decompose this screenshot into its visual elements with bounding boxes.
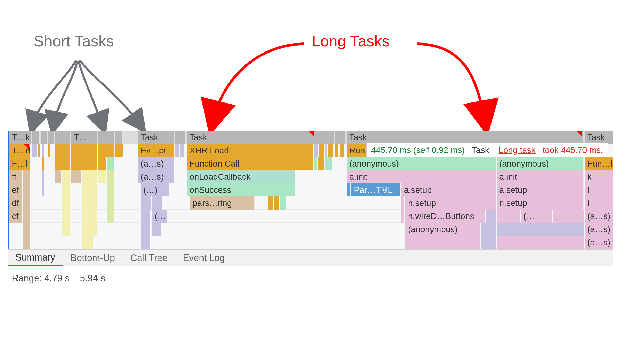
call-stripe (497, 236, 584, 249)
task-block[interactable] (115, 131, 123, 144)
call-stripe (401, 196, 404, 210)
detail-tabs: Summary Bottom-Up Call Tree Event Log (8, 249, 613, 266)
call-block[interactable]: (a…s) (138, 157, 174, 170)
call-stripe (23, 196, 30, 210)
tab-call-tree[interactable]: Call Tree (123, 250, 175, 266)
tab-summary[interactable]: Summary (8, 250, 63, 266)
call-stripe (23, 236, 30, 249)
call-stripe (71, 157, 97, 170)
call-stripe (42, 144, 44, 157)
tab-event-log[interactable]: Event Log (175, 250, 232, 266)
call-stripe (340, 144, 344, 157)
call-block[interactable]: (a…s) (585, 236, 613, 249)
call-block[interactable]: n.setup (405, 196, 496, 210)
flame-row: (a…s) (9, 236, 613, 249)
call-stripe (107, 157, 114, 170)
call-block[interactable]: l (585, 183, 613, 196)
task-block[interactable]: Task (585, 131, 613, 144)
call-stripe (141, 236, 150, 249)
call-stripe (318, 157, 324, 170)
tab-bottom-up[interactable]: Bottom-Up (63, 250, 123, 266)
call-stripe (175, 144, 179, 157)
flame-row: ef (…) onSuccess Par…TML a.setup a.setup… (9, 183, 613, 196)
call-block[interactable]: (anonymous) (497, 157, 584, 170)
call-block[interactable]: cf (9, 210, 22, 223)
task-block[interactable] (180, 131, 186, 144)
call-block[interactable]: a.setup (401, 183, 496, 196)
task-block[interactable] (98, 131, 114, 144)
call-stripe (107, 170, 114, 183)
call-block[interactable]: (a…s) (585, 210, 613, 223)
task-block[interactable] (41, 131, 47, 144)
call-stripe (55, 157, 70, 170)
task-block[interactable]: T… (71, 131, 97, 144)
call-stripe (405, 236, 480, 249)
call-block[interactable]: F…l (9, 157, 30, 170)
call-stripe (347, 183, 350, 196)
call-stripe (71, 144, 97, 157)
call-block[interactable]: (anonymous) (405, 223, 480, 236)
call-block[interactable]: (a…s) (138, 170, 174, 183)
call-block[interactable]: Ev…pt (138, 144, 174, 157)
call-block[interactable]: (… (152, 210, 167, 223)
long-task-marker-icon (308, 131, 314, 136)
call-block[interactable]: a.setup (497, 183, 584, 196)
call-block[interactable]: Function Call (187, 157, 313, 170)
call-block[interactable]: Fun…ll (585, 157, 613, 170)
call-stripe (42, 170, 44, 183)
call-block[interactable]: (anonymous) (347, 157, 496, 170)
call-block[interactable]: n.wireD…Buttons (405, 210, 485, 223)
call-stripe (82, 236, 93, 249)
call-stripe (82, 183, 97, 196)
task-block[interactable] (175, 131, 181, 144)
call-stripe (55, 144, 70, 157)
long-task-tooltip: 445.70 ms (self 0.92 ms) Task Long task … (366, 143, 608, 157)
call-block[interactable]: ef (9, 183, 22, 196)
call-block[interactable]: onSuccess (187, 183, 295, 196)
call-block[interactable]: (… (521, 210, 552, 223)
tooltip-long-task-link[interactable]: Long task (499, 145, 536, 155)
task-block[interactable]: Task (138, 131, 174, 144)
range-label: Range: 4.79 s – 5.94 s (12, 273, 105, 284)
call-block[interactable]: Par…TML (351, 183, 400, 196)
call-stripe (48, 144, 50, 157)
call-block[interactable]: a.init (497, 170, 584, 183)
task-block[interactable] (335, 131, 340, 144)
call-stripe (274, 196, 279, 210)
call-stripe (180, 144, 184, 157)
call-block[interactable]: ff (9, 170, 22, 183)
flame-row: ff (a…s) onLoadCallback a.init a.init k (9, 170, 613, 183)
annotation-long-tasks: Long Tasks (312, 32, 389, 50)
call-stripe (486, 210, 496, 223)
flame-row: cf (… n.wireD…Buttons (… (a…s) (9, 210, 613, 223)
call-block[interactable]: (…) (141, 183, 169, 196)
call-stripe (82, 196, 97, 210)
task-block[interactable]: T…k (9, 131, 31, 144)
task-block[interactable] (32, 131, 40, 144)
call-stripe (141, 196, 151, 210)
call-block[interactable]: df (9, 196, 22, 210)
call-stripe (141, 210, 150, 223)
call-stripe (98, 170, 106, 183)
flame-row: (anonymous) (a…s) (9, 223, 613, 236)
call-block[interactable]: a.init (347, 170, 496, 183)
task-block[interactable] (340, 131, 345, 144)
task-block[interactable] (55, 131, 70, 144)
call-block[interactable]: XHR Load (187, 144, 313, 157)
task-block[interactable]: Task (347, 131, 584, 144)
call-stripe (497, 223, 584, 236)
call-block[interactable]: n.setup (497, 196, 584, 210)
call-stripe (314, 157, 317, 170)
call-block[interactable]: i (585, 196, 613, 210)
call-block[interactable]: pars…ring (190, 196, 255, 210)
tooltip-timing: 445.70 ms (self 0.92 ms) (371, 145, 465, 155)
task-block[interactable] (48, 131, 54, 144)
call-block[interactable]: (a…s) (585, 223, 613, 236)
call-block[interactable]: k (585, 170, 613, 183)
call-stripe (107, 210, 114, 223)
flame-row: F…l (a…s) Function Call (anonymous) (ano… (9, 157, 613, 170)
call-block[interactable]: Run (347, 144, 367, 157)
call-stripe (325, 144, 327, 157)
call-block[interactable]: onLoadCallback (187, 170, 295, 183)
call-stripe (314, 144, 318, 157)
